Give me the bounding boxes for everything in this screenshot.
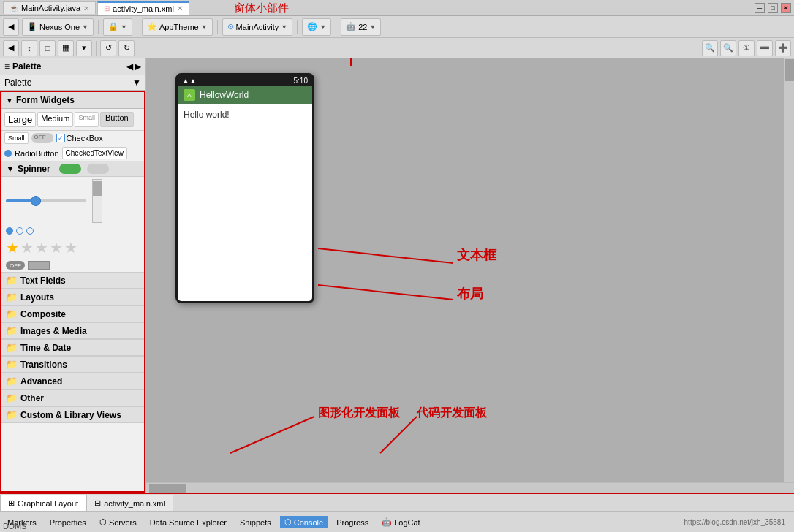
- section-time-date[interactable]: 📁 Time & Date: [1, 339, 144, 356]
- rotate-right-btn[interactable]: ↻: [118, 40, 135, 56]
- main-toolbar: ◀ 📱 Nexus One ▼ 🔒 ▼ ⭐ AppTheme ▼ ⊙ MainA…: [0, 16, 794, 38]
- section-custom[interactable]: 📁 Custom & Library Views: [1, 406, 144, 423]
- section-other[interactable]: 📁 Other: [1, 390, 144, 406]
- close-button[interactable]: ✕: [781, 3, 791, 13]
- custom-label: Custom & Library Views: [20, 410, 121, 420]
- phone-app-title: HellowWorld: [200, 90, 249, 100]
- small-rect-widget[interactable]: [28, 261, 50, 270]
- star5: ★: [64, 239, 77, 256]
- slider-widget[interactable]: [6, 200, 86, 202]
- tab-activity-xml[interactable]: ⊞ activity_main.xml ✕: [97, 1, 189, 15]
- dot-filled: [6, 227, 13, 235]
- back-icon: ◀: [8, 22, 14, 31]
- right-scrollbar[interactable]: [784, 58, 794, 482]
- status-console[interactable]: ⬡ Console: [280, 516, 328, 528]
- phone-time: 5:10: [294, 77, 308, 85]
- phone-status-bar: ▲▲ 5:10: [178, 75, 312, 86]
- scroll-widget[interactable]: [92, 179, 102, 223]
- grid-dropdown-btn[interactable]: ▾: [76, 40, 92, 56]
- server-icon: ⬡: [99, 517, 107, 527]
- separator2: [137, 20, 137, 34]
- grid-btn[interactable]: ▦: [58, 40, 74, 56]
- zoom-out-btn[interactable]: 🔍: [702, 40, 718, 56]
- activity-label: MainActivity: [236, 23, 279, 31]
- arrow-left[interactable]: ◀: [126, 61, 133, 72]
- rotate-left-btn[interactable]: ↺: [100, 40, 116, 56]
- back-toolbar-btn[interactable]: ◀: [3, 18, 19, 36]
- textview-small[interactable]: Small: [75, 112, 99, 127]
- status-servers[interactable]: ⬡ Servers: [95, 516, 141, 528]
- folder-icon-layouts: 📁: [6, 292, 18, 303]
- svg-line-2: [230, 417, 314, 453]
- section-text-fields[interactable]: 📁 Text Fields: [1, 272, 144, 289]
- activity-dropdown[interactable]: ⊙ MainActivity ▼: [222, 18, 293, 36]
- status-logcat[interactable]: 🤖 LogCat: [377, 516, 424, 528]
- h-scrollbar-thumb[interactable]: [149, 484, 186, 493]
- phone-icon: 📱: [27, 22, 37, 31]
- bottom-scrollbar[interactable]: [146, 482, 794, 493]
- palette-arrows: ◀ ▶: [126, 61, 141, 72]
- pan-btn[interactable]: ◀: [3, 40, 19, 56]
- title-bar: ☕ MainActivity.java ✕ ⊞ activity_main.xm…: [0, 0, 794, 16]
- theme-dropdown[interactable]: ⭐ AppTheme ▼: [142, 18, 213, 36]
- small-widget[interactable]: Small: [4, 132, 29, 144]
- palette-dropdown-arrow[interactable]: ▼: [132, 77, 141, 88]
- star2: ★: [20, 239, 34, 256]
- lock-btn[interactable]: 🔒 ▼: [103, 18, 132, 36]
- text-fields-label: Text Fields: [20, 276, 66, 286]
- status-properties[interactable]: Properties: [45, 517, 91, 528]
- view-btn[interactable]: □: [39, 40, 56, 56]
- folder-icon-other: 📁: [6, 392, 18, 403]
- palette-header2: Palette ▼: [0, 75, 145, 91]
- section-composite[interactable]: 📁 Composite: [1, 305, 144, 322]
- form-widgets-header[interactable]: ▼ Form Widgets: [1, 92, 144, 109]
- zoom-fit-btn[interactable]: ↕: [21, 40, 37, 56]
- section-transitions[interactable]: 📁 Transitions: [1, 356, 144, 373]
- textview-medium[interactable]: Medium: [37, 112, 73, 127]
- status-datasource[interactable]: Data Source Explorer: [145, 517, 231, 528]
- tab-main-activity[interactable]: ☕ MainActivity.java ✕: [3, 1, 96, 14]
- zoom-100-btn[interactable]: ①: [738, 40, 755, 56]
- device-dropdown[interactable]: 📱 Nexus One ▼: [22, 18, 94, 36]
- textview-large[interactable]: Large: [4, 112, 36, 127]
- scrollbar-thumb[interactable]: [785, 59, 794, 81]
- status-bar: Markers Properties ⬡ Servers Data Source…: [0, 512, 794, 532]
- section-images-media[interactable]: 📁 Images & Media: [1, 322, 144, 339]
- console-icon: ⬡: [284, 517, 292, 527]
- android-icon: 🤖: [346, 22, 356, 31]
- star1: ★: [6, 239, 19, 256]
- locale-dropdown[interactable]: 🌐 ▼: [302, 18, 331, 36]
- tab-activity-xml-bottom[interactable]: ⊟ activity_main.xml: [86, 495, 173, 511]
- ddms-label: DDMS: [3, 522, 26, 531]
- zoom-minus-btn[interactable]: ➖: [757, 40, 773, 56]
- close-icon[interactable]: ✕: [83, 4, 89, 12]
- section-advanced[interactable]: 📁 Advanced: [1, 373, 144, 390]
- status-snippets[interactable]: Snippets: [235, 517, 276, 528]
- minimize-button[interactable]: ─: [755, 3, 765, 13]
- lock-icon: 🔒: [108, 22, 118, 31]
- spinner-section[interactable]: ▼ Spinner: [1, 161, 144, 177]
- status-progress[interactable]: Progress: [332, 517, 373, 528]
- phone-title-bar: A HellowWorld: [178, 86, 312, 104]
- close-icon-xml[interactable]: ✕: [177, 4, 183, 12]
- zoom-normal-btn[interactable]: 🔍: [720, 40, 736, 56]
- folder-icon-composite: 📁: [6, 308, 18, 319]
- maximize-button[interactable]: □: [768, 3, 778, 13]
- time-date-label: Time & Date: [20, 343, 71, 353]
- canvas-area[interactable]: ▲▲ 5:10 A HellowWorld Hello world!: [146, 58, 784, 482]
- small-toggle-widget[interactable]: OFF: [6, 261, 25, 270]
- section-layouts[interactable]: 📁 Layouts: [1, 289, 144, 305]
- svg-line-3: [380, 417, 417, 453]
- zoom-plus-btn[interactable]: ➕: [775, 40, 791, 56]
- annotation-layout: 布局: [456, 286, 483, 301]
- toggle-off-widget[interactable]: OFF: [31, 133, 53, 143]
- button-widget[interactable]: Button: [100, 112, 134, 127]
- checkbox-widget[interactable]: ✓ CheckBox: [56, 134, 103, 142]
- api-dropdown[interactable]: 🤖 22 ▼: [341, 18, 381, 36]
- radio-button-widget[interactable]: [4, 150, 12, 157]
- arrow-right[interactable]: ▶: [135, 61, 141, 72]
- tab-graphical-layout[interactable]: ⊞ Graphical Layout: [0, 495, 86, 511]
- form-widgets-label: Form Widgets: [16, 95, 75, 105]
- url-display: https://blog.csdn.net/jxh_35581: [684, 518, 791, 526]
- checked-text-view[interactable]: CheckedTextView: [62, 147, 127, 159]
